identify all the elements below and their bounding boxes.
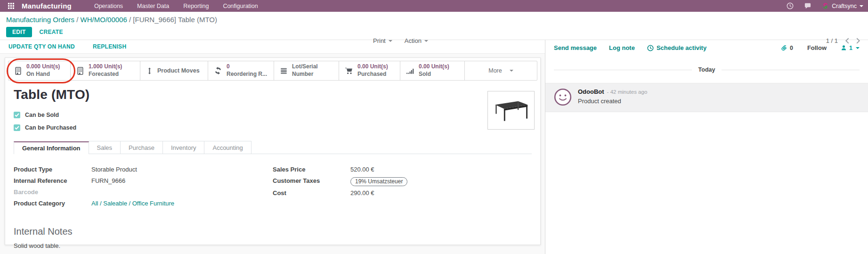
stat-button-more[interactable]: More: [465, 61, 537, 80]
customer-taxes-badge: 19% Umsatzsteuer: [350, 177, 407, 186]
barcode-label: Barcode: [14, 188, 91, 197]
log-note-button[interactable]: Log note: [609, 44, 635, 51]
tab-accounting[interactable]: Accounting: [204, 141, 251, 154]
product-type-label: Product Type: [14, 166, 91, 174]
replenish-button[interactable]: REPLENISH: [93, 43, 126, 50]
odoobot-avatar: [554, 88, 572, 106]
menu-master-data[interactable]: Master Data: [137, 3, 169, 9]
app-menu: Operations Master Data Reporting Configu…: [94, 3, 258, 9]
building-icon: [14, 67, 22, 75]
internal-reference-label: Internal Reference: [14, 177, 91, 185]
product-category-label: Product Category: [14, 200, 91, 208]
pager-counter: 1 / 1: [826, 37, 838, 44]
tab-inventory[interactable]: Inventory: [162, 141, 204, 154]
clock-icon: [647, 45, 654, 51]
breadcrumb-mo-reference[interactable]: WH/MO/00006: [81, 16, 127, 24]
send-message-button[interactable]: Send message: [554, 44, 597, 51]
stat-button-lot-serial[interactable]: Lot/Serial Number: [274, 61, 339, 80]
date-divider-label: Today: [698, 66, 715, 73]
stat-button-forecasted[interactable]: 1.000 Unit(s) Forecasted: [71, 61, 140, 80]
message-time: - 42 minutes ago: [607, 89, 648, 95]
followers-button[interactable]: 1: [841, 45, 860, 51]
sales-price-label: Sales Price: [273, 166, 350, 174]
attachment-count: 0: [790, 45, 793, 51]
activities-clock-icon[interactable]: [787, 2, 794, 9]
can-be-purchased-label: Can be Purchased: [25, 124, 76, 131]
customer-taxes-label: Customer Taxes: [273, 177, 350, 186]
paperclip-icon: [781, 44, 787, 51]
follower-count: 1: [849, 45, 852, 51]
stat-button-purchased[interactable]: 0.00 Unit(s) Purchased: [339, 61, 400, 80]
menu-configuration[interactable]: Configuration: [223, 3, 258, 9]
form-panel: UPDATE QTY ON HAND REPLENISH: [0, 40, 545, 254]
chart-bars-icon: [406, 67, 414, 75]
stat-button-reordering-rules[interactable]: 0 Reordering R...: [208, 61, 274, 80]
message-body: Product created: [578, 98, 647, 105]
can-be-purchased-checkbox[interactable]: [14, 124, 20, 131]
product-form-sheet: 0.000 Unit(s) On Hand: [5, 57, 541, 245]
menu-operations[interactable]: Operations: [94, 3, 123, 9]
company-logo-icon: [822, 2, 829, 9]
current-app-name[interactable]: Manufacturing: [22, 2, 72, 10]
chatter-panel: Send message Log note Schedule activity …: [545, 40, 868, 254]
chevron-down-icon: [389, 40, 392, 42]
breadcrumb-manufacturing-orders[interactable]: Manufacturing Orders: [6, 16, 74, 24]
attachments-button[interactable]: 0: [781, 44, 793, 51]
cost-label: Cost: [273, 189, 350, 197]
breadcrumb-separator: /: [76, 16, 78, 24]
tab-sales[interactable]: Sales: [89, 141, 121, 154]
menu-reporting[interactable]: Reporting: [183, 3, 209, 9]
message-author: OdooBot: [578, 88, 604, 95]
follow-button[interactable]: Follow: [807, 44, 827, 51]
internal-notes-title: Internal Notes: [14, 226, 532, 237]
date-divider: Today: [554, 66, 860, 73]
stat-button-sold[interactable]: 0.00 Unit(s) Sold: [400, 61, 465, 80]
refresh-icon: [214, 66, 222, 75]
internal-notes-body: Solid wood table.: [14, 242, 532, 249]
create-button[interactable]: CREATE: [40, 29, 63, 35]
chevron-down-icon: [860, 5, 863, 7]
stat-button-on-hand[interactable]: 0.000 Unit(s) On Hand: [8, 61, 71, 80]
notebook-tabs: General Information Sales Purchase Inven…: [14, 141, 532, 154]
user-name: Craftsync: [832, 3, 857, 9]
breadcrumb: Manufacturing Orders / WH/MO/00006 / [FU…: [6, 16, 868, 24]
cost-value: 290.00 €: [350, 189, 374, 197]
form-statusbar: UPDATE QTY ON HAND REPLENISH: [0, 40, 545, 54]
chatter-message: OdooBot - 42 minutes ago Product created: [545, 83, 868, 112]
breadcrumb-separator: /: [129, 16, 131, 24]
action-dropdown[interactable]: Action: [405, 37, 428, 44]
print-dropdown[interactable]: Print: [373, 37, 392, 44]
internal-reference-value: FURN_9666: [91, 177, 125, 185]
control-panel: Manufacturing Orders / WH/MO/00006 / [FU…: [0, 12, 868, 40]
user-menu[interactable]: Craftsync: [822, 2, 863, 9]
product-type-value: Storable Product: [91, 166, 137, 174]
messages-chat-icon[interactable]: [804, 2, 811, 9]
stat-button-row: 0.000 Unit(s) On Hand: [8, 61, 537, 81]
schedule-activity-button[interactable]: Schedule activity: [647, 44, 706, 51]
building-icon: [76, 67, 84, 75]
chevron-down-icon: [424, 40, 428, 42]
cart-icon: [345, 67, 353, 75]
chevron-down-icon: [856, 47, 860, 49]
product-category-link[interactable]: All / Saleable / Office Furniture: [91, 200, 174, 208]
stat-button-product-moves[interactable]: Product Moves: [140, 61, 208, 80]
pager-next-button[interactable]: [856, 38, 860, 44]
caret-down-icon: [510, 70, 513, 72]
person-icon: [841, 45, 847, 51]
top-navbar: Manufacturing Operations Master Data Rep…: [0, 0, 868, 12]
update-qty-on-hand-button[interactable]: UPDATE QTY ON HAND: [8, 43, 75, 50]
sales-price-value: 520.00 €: [350, 166, 374, 174]
list-icon: [280, 67, 288, 75]
pager-previous-button[interactable]: [845, 38, 849, 44]
can-be-sold-label: Can be Sold: [25, 112, 59, 118]
breadcrumb-current: [FURN_9666] Table (MTO): [133, 16, 217, 24]
tab-general-information[interactable]: General Information: [14, 141, 89, 154]
apps-grid-icon[interactable]: [5, 0, 17, 12]
can-be-sold-checkbox[interactable]: [14, 112, 20, 118]
arrows-v-icon: [146, 67, 153, 75]
product-image: [487, 91, 535, 130]
edit-button[interactable]: EDIT: [6, 27, 32, 37]
product-title: Table (MTO): [14, 87, 532, 102]
tab-purchase[interactable]: Purchase: [120, 141, 163, 154]
